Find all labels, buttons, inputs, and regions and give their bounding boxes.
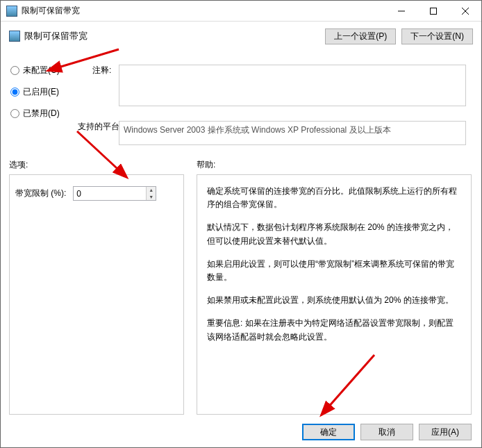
bandwidth-limit-label: 带宽限制 (%): xyxy=(15,188,66,199)
radio-disabled[interactable]: 已禁用(D) xyxy=(10,108,60,119)
title-bar: 限制可保留带宽 xyxy=(1,1,481,22)
close-button[interactable] xyxy=(449,1,481,21)
radio-enabled[interactable]: 已启用(E) xyxy=(10,86,60,98)
previous-setting-button[interactable]: 上一个设置(P) xyxy=(325,28,396,44)
help-text: 确定系统可保留的连接带宽的百分比。此值限制系统上运行的所有程序的组合带宽保留。 xyxy=(207,185,461,211)
platform-text: Windows Server 2003 操作系统或 Windows XP Pro… xyxy=(119,121,466,145)
help-text: 如果启用此设置，则可以使用“带宽限制”框来调整系统可保留的带宽数量。 xyxy=(207,258,461,284)
radio-not-configured[interactable]: 未配置(C) xyxy=(10,65,60,76)
help-text: 重要信息: 如果在注册表中为特定网络适配器设置带宽限制，则配置该网络适配器时就会… xyxy=(207,317,461,343)
platform-label: 支持的平台: xyxy=(78,121,122,133)
options-label: 选项: xyxy=(9,159,28,171)
help-text: 如果禁用或未配置此设置，则系统使用默认值为 20% 的连接带宽。 xyxy=(207,294,461,307)
window-title: 限制可保留带宽 xyxy=(22,5,385,17)
apply-button[interactable]: 应用(A) xyxy=(419,424,472,440)
bottom-buttons: 确定 取消 应用(A) xyxy=(1,424,481,440)
policy-title: 限制可保留带宽 xyxy=(24,30,325,42)
cancel-button[interactable]: 取消 xyxy=(360,424,413,440)
configuration-radios: 未配置(C) 已启用(E) 已禁用(D) xyxy=(10,65,60,119)
spinner-arrows: ▲ ▼ xyxy=(146,187,156,200)
help-text: 默认情况下，数据包计划程序将系统限制在 20% 的连接带宽之内，但可以使用此设置… xyxy=(207,221,461,247)
radio-enabled-label: 已启用(E) xyxy=(23,86,59,98)
policy-icon xyxy=(9,31,20,42)
radio-disabled-label: 已禁用(D) xyxy=(23,108,60,119)
comment-label: 注释: xyxy=(92,65,111,76)
bandwidth-limit-spinner[interactable]: ▲ ▼ xyxy=(73,186,156,201)
maximize-button[interactable] xyxy=(417,1,449,21)
help-panel: 确定系统可保留的连接带宽的百分比。此值限制系统上运行的所有程序的组合带宽保留。 … xyxy=(197,174,472,415)
radio-disabled-input[interactable] xyxy=(10,109,19,118)
next-setting-button[interactable]: 下一个设置(N) xyxy=(401,28,473,44)
radio-enabled-input[interactable] xyxy=(10,88,19,97)
header: 限制可保留带宽 上一个设置(P) 下一个设置(N) xyxy=(1,22,481,51)
minimize-button[interactable] xyxy=(385,1,417,21)
radio-not-configured-label: 未配置(C) xyxy=(23,65,60,76)
options-panel: 带宽限制 (%): ▲ ▼ xyxy=(9,174,184,415)
ok-button[interactable]: 确定 xyxy=(302,424,355,440)
spinner-down-icon[interactable]: ▼ xyxy=(147,194,156,201)
svg-rect-1 xyxy=(431,8,437,14)
radio-not-configured-input[interactable] xyxy=(10,66,19,75)
app-icon xyxy=(6,6,17,17)
comment-textarea[interactable] xyxy=(119,65,466,106)
bandwidth-limit-input[interactable] xyxy=(74,189,146,199)
spinner-up-icon[interactable]: ▲ xyxy=(147,187,156,194)
help-label: 帮助: xyxy=(197,159,215,171)
